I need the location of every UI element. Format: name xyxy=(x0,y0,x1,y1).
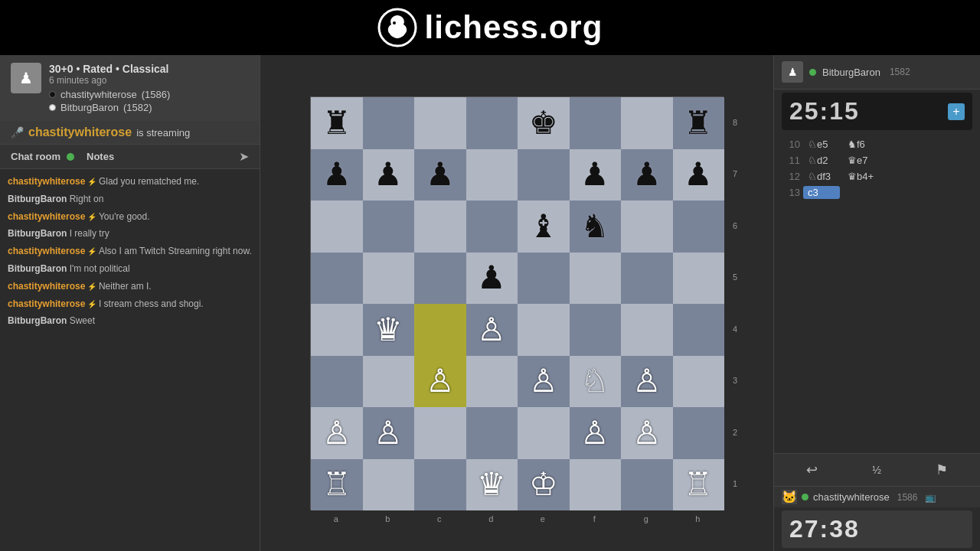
chess-square[interactable] xyxy=(570,459,622,511)
notes-tab[interactable]: Notes xyxy=(87,151,114,162)
chess-square[interactable] xyxy=(311,304,363,356)
streaming-text: is streaming xyxy=(136,127,190,139)
move-row: 12♘df3♛b4+ xyxy=(777,168,977,184)
right-panel: ♟ BitburgBaron 1582 25:15 + 10♘e5♞f611♘d… xyxy=(773,55,980,551)
game-type: 30+0 • Rated • Classical xyxy=(49,63,249,75)
chess-square[interactable]: ♙ xyxy=(414,356,466,408)
move-black[interactable]: ♛b4+ xyxy=(843,170,880,183)
chess-square[interactable]: ♖ xyxy=(311,459,363,511)
move-white[interactable]: ♘e5 xyxy=(803,138,840,151)
chess-square[interactable] xyxy=(466,201,518,253)
chess-square[interactable] xyxy=(414,201,466,253)
chess-square[interactable]: ♜ xyxy=(311,97,363,149)
undo-button[interactable]: ↩ xyxy=(800,458,824,481)
chat-message-text: Neither am I. xyxy=(99,281,152,292)
game-controls: ↩ ½ ⚑ xyxy=(774,453,980,486)
timer-top: 25:15 + xyxy=(782,93,972,130)
chess-square[interactable] xyxy=(518,253,570,305)
chess-square[interactable]: ♟ xyxy=(311,149,363,201)
player1-color-dot xyxy=(49,91,56,98)
chess-square[interactable] xyxy=(570,97,622,149)
chess-square[interactable]: ♘ xyxy=(570,356,622,408)
flag-button[interactable]: ⚑ xyxy=(929,458,954,481)
chess-square[interactable] xyxy=(673,201,725,253)
chess-square[interactable] xyxy=(621,253,673,305)
chess-square[interactable] xyxy=(311,253,363,305)
chess-square[interactable] xyxy=(621,304,673,356)
move-white[interactable]: ♘df3 xyxy=(803,170,840,183)
chess-square[interactable] xyxy=(414,304,466,356)
chess-square[interactable]: ♙ xyxy=(518,356,570,408)
chess-square[interactable] xyxy=(466,356,518,408)
chess-square[interactable]: ♟ xyxy=(673,149,725,201)
move-white[interactable]: ♘d2 xyxy=(803,154,840,167)
chess-square[interactable] xyxy=(570,304,622,356)
chess-square[interactable] xyxy=(518,149,570,201)
chess-square[interactable] xyxy=(621,201,673,253)
move-black[interactable]: ♞f6 xyxy=(843,138,880,151)
chess-square[interactable]: ♟ xyxy=(466,253,518,305)
chess-square[interactable]: ♙ xyxy=(363,407,415,459)
chess-square[interactable] xyxy=(466,407,518,459)
chess-square[interactable]: ♖ xyxy=(673,459,725,511)
player-bottom-name: chastitywhiterose xyxy=(813,491,890,503)
chess-square[interactable]: ♔ xyxy=(518,459,570,511)
send-icon[interactable]: ➤ xyxy=(239,149,249,164)
chess-square[interactable] xyxy=(673,356,725,408)
chess-board[interactable]: ♜♚♜♟♟♟♟♟♟♝♞♟♛♙♙♙♘♙♙♙♙♙♖♛♔♖ xyxy=(310,96,724,510)
player-top-online-dot xyxy=(809,69,816,76)
chess-square[interactable]: ♙ xyxy=(621,407,673,459)
player-bottom-avatar: 🐱 xyxy=(782,490,797,504)
chess-board-container: ♜♚♜♟♟♟♟♟♟♝♞♟♛♙♙♙♘♙♙♙♙♙♖♛♔♖ 87654321 abcd… xyxy=(310,96,724,510)
chess-piece: ♖ xyxy=(322,468,351,500)
chess-square[interactable]: ♙ xyxy=(466,304,518,356)
chess-square[interactable]: ♚ xyxy=(518,97,570,149)
chess-square[interactable]: ♛ xyxy=(363,304,415,356)
chess-square[interactable]: ♛ xyxy=(466,459,518,511)
chess-square[interactable]: ♟ xyxy=(570,149,622,201)
chess-square[interactable] xyxy=(621,459,673,511)
chess-piece: ♜ xyxy=(684,107,713,139)
chess-square[interactable] xyxy=(466,149,518,201)
move-white[interactable]: c3 xyxy=(803,186,840,199)
chess-piece: ♙ xyxy=(374,417,403,449)
chess-square[interactable] xyxy=(621,97,673,149)
chess-square[interactable]: ♟ xyxy=(621,149,673,201)
chess-square[interactable] xyxy=(518,407,570,459)
chess-square[interactable] xyxy=(363,201,415,253)
chess-square[interactable] xyxy=(570,253,622,305)
add-time-button[interactable]: + xyxy=(948,103,965,120)
main-layout: ♟ 30+0 • Rated • Classical 6 minutes ago… xyxy=(0,55,980,551)
chess-square[interactable]: ♟ xyxy=(363,149,415,201)
chess-square[interactable]: ♞ xyxy=(570,201,622,253)
chess-square[interactable] xyxy=(363,356,415,408)
chess-square[interactable] xyxy=(414,97,466,149)
chess-square[interactable] xyxy=(363,253,415,305)
chess-square[interactable] xyxy=(673,253,725,305)
player2-color-dot xyxy=(49,104,56,111)
chess-square[interactable] xyxy=(311,356,363,408)
chess-square[interactable] xyxy=(414,459,466,511)
chess-square[interactable] xyxy=(363,97,415,149)
half-point-button[interactable]: ½ xyxy=(866,461,887,479)
chess-square[interactable] xyxy=(673,407,725,459)
chess-square[interactable] xyxy=(518,304,570,356)
chess-piece: ♙ xyxy=(477,314,506,346)
chess-square[interactable] xyxy=(673,304,725,356)
chess-square[interactable] xyxy=(311,201,363,253)
chess-square[interactable]: ♝ xyxy=(518,201,570,253)
chat-message-text: Sweet xyxy=(67,315,95,326)
chess-square[interactable] xyxy=(363,459,415,511)
left-panel: ♟ 30+0 • Rated • Classical 6 minutes ago… xyxy=(0,55,260,551)
chess-square[interactable]: ♙ xyxy=(311,407,363,459)
chess-square[interactable] xyxy=(466,97,518,149)
chess-square[interactable]: ♜ xyxy=(673,97,725,149)
chess-piece: ♖ xyxy=(684,468,713,500)
chess-square[interactable]: ♙ xyxy=(570,407,622,459)
chess-square[interactable]: ♙ xyxy=(621,356,673,408)
move-black[interactable]: ♛e7 xyxy=(843,154,880,167)
chess-square[interactable] xyxy=(414,407,466,459)
chess-square[interactable] xyxy=(414,253,466,305)
chess-square[interactable]: ♟ xyxy=(414,149,466,201)
player-top-avatar: ♟ xyxy=(782,61,803,83)
